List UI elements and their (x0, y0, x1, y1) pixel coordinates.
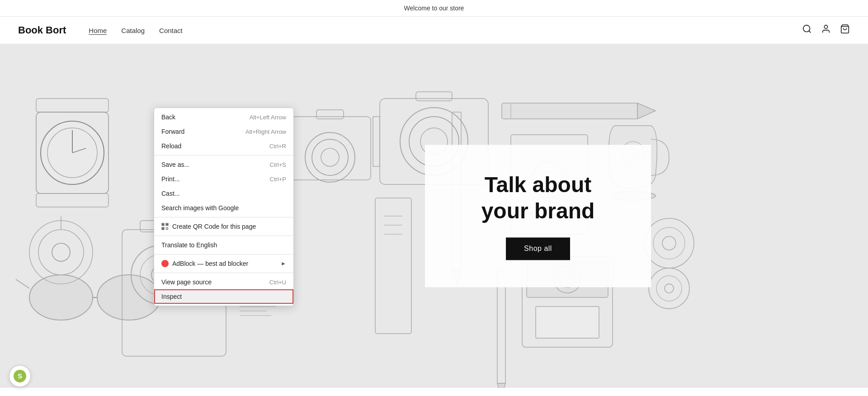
svg-rect-86 (167, 229, 168, 230)
ctx-reload-label: Reload (161, 142, 181, 150)
svg-point-59 (665, 284, 674, 293)
svg-rect-37 (375, 198, 411, 334)
nav-catalog[interactable]: Catalog (121, 27, 145, 34)
svg-line-1 (809, 31, 811, 33)
ctx-sep-1 (154, 155, 293, 156)
svg-rect-36 (373, 117, 380, 166)
ctx-search-images[interactable]: Search images with Google (154, 201, 293, 215)
ctx-sep-5 (154, 273, 293, 273)
svg-point-2 (824, 25, 827, 28)
shop-all-button[interactable]: Shop all (506, 238, 570, 260)
svg-rect-6 (36, 112, 108, 193)
main-nav: Home Catalog Contact (89, 27, 802, 34)
svg-rect-85 (166, 229, 167, 230)
ctx-print-shortcut: Ctrl+P (270, 176, 286, 183)
adblock-icon (161, 260, 169, 267)
svg-point-16 (29, 275, 93, 320)
cart-icon[interactable] (840, 24, 850, 37)
nav-home[interactable]: Home (89, 27, 107, 34)
svg-point-23 (312, 139, 348, 175)
ctx-sep-4 (154, 254, 293, 255)
shopify-badge[interactable]: S (9, 365, 31, 387)
svg-point-17 (97, 275, 160, 320)
ctx-print-label: Print... (161, 175, 179, 183)
ctx-translate[interactable]: Translate to English (154, 238, 293, 252)
svg-rect-21 (289, 117, 371, 180)
ctx-view-source-label: View page source (161, 278, 212, 286)
ctx-print[interactable]: Print... Ctrl+P (154, 172, 293, 186)
svg-line-19 (16, 279, 29, 288)
ctx-forward[interactable]: Forward Alt+Right Arrow (154, 124, 293, 139)
header-icons (802, 24, 850, 37)
svg-rect-71 (536, 306, 599, 338)
svg-rect-43 (502, 103, 637, 119)
ctx-adblock[interactable]: AdBlock — best ad blocker ► (154, 256, 293, 271)
ctx-search-images-label: Search images with Google (161, 204, 239, 212)
ctx-cast[interactable]: Cast... (154, 186, 293, 201)
ctx-forward-label: Forward (161, 128, 184, 135)
ctx-back-label: Back (161, 113, 175, 121)
ctx-back[interactable]: Back Alt+Left Arrow (154, 110, 293, 124)
hero-content-box: Talk about your brand Shop all (425, 145, 651, 287)
svg-point-58 (656, 276, 682, 301)
search-icon[interactable] (802, 24, 812, 37)
ctx-save-as-shortcut: Ctrl+S (270, 161, 286, 168)
ctx-inspect-label: Inspect (161, 293, 182, 300)
svg-point-55 (653, 227, 685, 259)
svg-rect-83 (166, 227, 167, 228)
svg-marker-44 (637, 103, 656, 119)
site-header: Book Bort Home Catalog Contact (0, 17, 868, 44)
svg-marker-73 (497, 383, 505, 388)
svg-point-12 (29, 221, 93, 284)
svg-point-14 (52, 243, 70, 261)
ctx-sep-2 (154, 217, 293, 217)
svg-point-22 (305, 132, 355, 182)
svg-rect-5 (36, 99, 108, 112)
announcement-text: Welcome to our store (404, 5, 464, 12)
ctx-qr-code[interactable]: Create QR Code for this page (154, 219, 293, 234)
svg-point-54 (644, 218, 694, 268)
ctx-cast-label: Cast... (161, 190, 179, 197)
hero-title: Talk about your brand (461, 172, 615, 224)
ctx-save-as[interactable]: Save as... Ctrl+S (154, 157, 293, 172)
svg-point-0 (803, 25, 810, 32)
ctx-sep-3 (154, 236, 293, 236)
shopify-logo: S (14, 370, 26, 382)
svg-point-7 (41, 121, 104, 184)
svg-rect-11 (36, 193, 108, 207)
ctx-qr-label: Create QR Code for this page (172, 223, 256, 230)
context-menu: Back Alt+Left Arrow Forward Alt+Right Ar… (154, 108, 294, 306)
svg-text:S: S (18, 372, 22, 380)
ctx-translate-label: Translate to English (161, 241, 217, 249)
svg-point-13 (38, 230, 84, 275)
svg-rect-80 (166, 224, 168, 225)
ctx-reload-shortcut: Ctrl+R (269, 143, 286, 150)
site-logo[interactable]: Book Bort (18, 24, 66, 36)
svg-point-57 (649, 268, 689, 309)
svg-rect-35 (416, 92, 452, 101)
svg-point-56 (662, 236, 676, 250)
qr-icon (161, 223, 169, 230)
hero-section: Talk about your brand Shop all Back Alt+… (0, 44, 868, 388)
ctx-view-source-shortcut: Ctrl+U (269, 279, 286, 286)
svg-line-10 (72, 148, 86, 153)
account-icon[interactable] (821, 24, 831, 37)
ctx-back-shortcut: Alt+Left Arrow (250, 114, 286, 121)
ctx-view-source[interactable]: View page source Ctrl+U (154, 275, 293, 289)
ctx-adblock-arrow: ► (281, 260, 286, 267)
svg-rect-82 (162, 228, 164, 229)
ctx-inspect[interactable]: Inspect (154, 289, 293, 304)
svg-point-24 (321, 148, 339, 166)
ctx-forward-shortcut: Alt+Right Arrow (245, 128, 286, 135)
nav-contact[interactable]: Contact (159, 27, 183, 34)
ctx-reload[interactable]: Reload Ctrl+R (154, 139, 293, 153)
svg-rect-25 (316, 110, 344, 119)
svg-point-8 (47, 128, 97, 178)
announcement-bar: Welcome to our store (0, 0, 868, 17)
svg-rect-84 (167, 227, 168, 228)
ctx-adblock-label: AdBlock — best ad blocker (172, 260, 248, 267)
ctx-save-as-label: Save as... (161, 161, 189, 168)
svg-rect-78 (162, 224, 164, 225)
